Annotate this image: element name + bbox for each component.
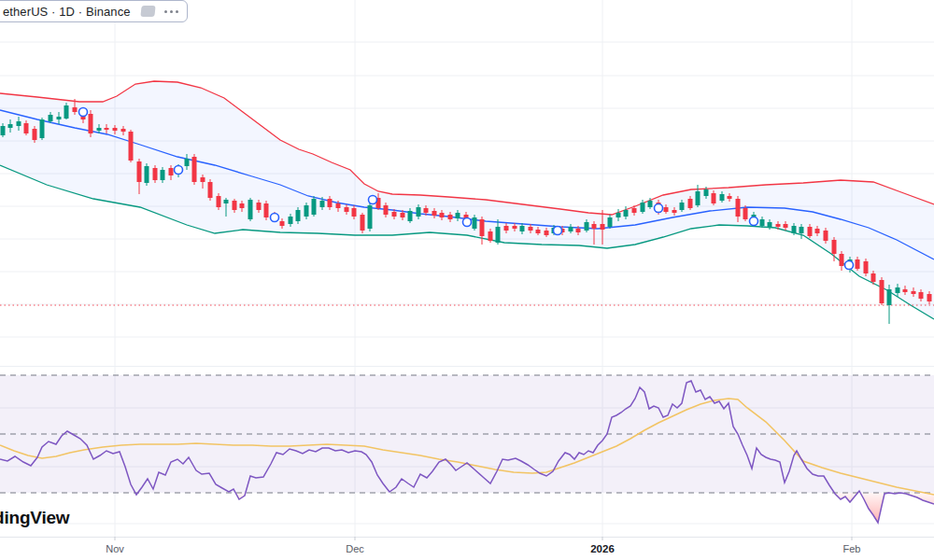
legend-source-icon[interactable] <box>140 6 155 17</box>
candle[interactable] <box>40 118 45 140</box>
candle[interactable] <box>361 213 365 233</box>
tradingview-logo[interactable]: dingView <box>0 508 69 528</box>
event-marker[interactable] <box>750 217 758 226</box>
candle[interactable] <box>89 110 93 137</box>
axis-label-feb[interactable]: Feb <box>843 543 861 554</box>
event-marker[interactable] <box>271 214 279 222</box>
candle[interactable] <box>880 277 884 305</box>
candle[interactable] <box>480 217 485 245</box>
candle[interactable] <box>887 285 892 324</box>
candle[interactable] <box>192 154 197 185</box>
event-marker[interactable] <box>655 204 663 213</box>
event-marker[interactable] <box>369 196 377 204</box>
symbol-title[interactable]: etherUS · 1D · Binance <box>3 5 131 19</box>
candle[interactable] <box>248 198 253 221</box>
candle[interactable] <box>368 203 373 231</box>
candle[interactable] <box>641 200 645 214</box>
time-axis[interactable]: NovDec2026Feb <box>0 537 934 554</box>
candle[interactable] <box>208 179 213 201</box>
event-marker[interactable] <box>79 108 88 117</box>
axis-label-nov[interactable]: Nov <box>106 543 124 554</box>
bollinger-fill <box>0 81 934 319</box>
candle[interactable] <box>264 201 269 220</box>
tradingview-chart-screen: NovDec2026Feb etherUS · 1D · Binance din… <box>0 0 934 560</box>
chart-canvas[interactable]: NovDec2026Feb <box>0 0 934 560</box>
axis-label-dec[interactable]: Dec <box>346 543 364 554</box>
candle[interactable] <box>312 196 317 217</box>
legend-more-icon[interactable] <box>164 10 178 13</box>
symbol-legend[interactable]: etherUS · 1D · Binance <box>0 0 188 22</box>
event-marker[interactable] <box>845 261 854 270</box>
event-marker[interactable] <box>175 166 183 175</box>
event-marker[interactable] <box>554 227 562 235</box>
event-marker[interactable] <box>463 218 472 227</box>
candle[interactable] <box>129 130 134 162</box>
bollinger-layer <box>0 81 934 319</box>
candle[interactable] <box>840 251 844 271</box>
candle[interactable] <box>145 163 149 186</box>
axis-label-2026[interactable]: 2026 <box>590 543 615 554</box>
candle[interactable] <box>696 185 700 207</box>
